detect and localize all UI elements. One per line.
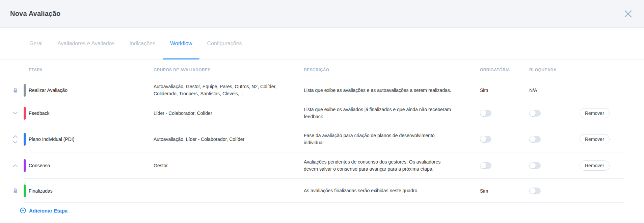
toggle-knob (480, 110, 486, 116)
chevron-down-icon[interactable] (12, 141, 18, 144)
mandatory-toggle[interactable] (480, 136, 491, 143)
blocked-toggle[interactable] (529, 162, 541, 169)
stage-color-bar (24, 84, 26, 97)
close-button[interactable] (622, 8, 634, 20)
mandatory-toggle[interactable] (480, 162, 491, 169)
toggle-knob (480, 163, 486, 169)
blocked-toggle[interactable] (529, 110, 541, 117)
stage-description: Fase da avaliação para criação de planos… (304, 132, 452, 146)
blocked-toggle[interactable] (529, 188, 541, 194)
new-evaluation-modal: Nova Avaliação GeralAvaliadores e Avalia… (0, 0, 644, 223)
column-header-descricao: DESCRIÇÃO (304, 68, 480, 72)
remove-button[interactable]: Remover (580, 160, 610, 171)
tab-geral[interactable]: Geral (22, 28, 50, 59)
column-header-grupos: GRUPOS DE AVALIADORES (154, 68, 304, 72)
modal-header: Nova Avaliação (0, 0, 644, 28)
column-header-etapa: ETAPA (27, 68, 154, 72)
table-body: Realizar Avaliação Autoavaliação, Gestor… (9, 80, 624, 203)
toggle-knob (530, 188, 536, 194)
remove-button[interactable]: Remover (580, 108, 610, 118)
stage-color-bar (24, 107, 26, 120)
lock-icon (13, 188, 18, 194)
toggle-knob (480, 136, 486, 142)
reorder-controls (12, 135, 18, 144)
stage-groups: Gestor (154, 162, 168, 169)
tab-avaliadores-e-avaliados[interactable]: Avaliadores e Avaliados (50, 28, 122, 59)
reorder-controls (12, 112, 18, 115)
stage-name: Consenso (29, 163, 50, 168)
tab-workflow[interactable]: Workflow (163, 28, 200, 59)
tab-configuracoes[interactable]: Configurações (199, 28, 249, 59)
reorder-controls (12, 164, 18, 167)
column-header-obrigatoria: OBRIGATÓRIA (480, 68, 529, 72)
stage-color-bar (24, 159, 26, 172)
table-row: Finalizadas As avaliações finalizadas se… (9, 179, 624, 203)
stage-name: Realizar Avaliação (29, 88, 68, 93)
table-row: Consenso Gestor Avaliações pendentes de … (9, 152, 624, 179)
stage-groups: Autoavaliação, Gestor, Equipe, Pares, Ou… (154, 83, 280, 97)
close-icon (624, 9, 633, 18)
lock-icon (13, 88, 18, 93)
stage-color-bar (24, 133, 26, 146)
modal-title: Nova Avaliação (10, 10, 60, 18)
stage-name: Feedback (29, 110, 49, 116)
blocked-value: N/A (529, 88, 537, 93)
chevron-up-icon[interactable] (12, 135, 18, 138)
toggle-knob (530, 163, 536, 169)
stage-description: Lista que exibe as avaliações e as autoa… (304, 87, 451, 94)
add-step-button[interactable]: Adicionar Etapa (20, 207, 68, 214)
table-row: Plano Individual (PDI) Autoavaliação, Lí… (9, 126, 624, 152)
mandatory-value: Sim (480, 88, 488, 93)
table-row: Realizar Avaliação Autoavaliação, Gestor… (9, 80, 624, 100)
stage-groups: Autoavaliação, Líder - Colaborador, Colí… (154, 136, 244, 143)
add-step-label: Adicionar Etapa (29, 208, 68, 214)
mandatory-value: Sim (480, 188, 488, 194)
stage-description: As avaliações finalizadas serão exibidas… (304, 187, 419, 194)
workflow-table: ETAPA GRUPOS DE AVALIADORES DESCRIÇÃO OB… (0, 59, 644, 223)
stage-description: Avaliações pendentes de consenso dos ges… (304, 158, 452, 173)
tab-bar: GeralAvaliadores e AvaliadosIndicaçõesWo… (0, 28, 644, 59)
column-header-bloqueada: BLOQUEADA (529, 68, 577, 72)
chevron-down-icon[interactable] (12, 112, 18, 115)
stage-name: Plano Individual (PDI) (29, 137, 74, 142)
table-header-row: ETAPA GRUPOS DE AVALIADORES DESCRIÇÃO OB… (9, 59, 624, 80)
mandatory-toggle[interactable] (480, 110, 491, 117)
stage-color-bar (24, 184, 26, 197)
remove-button[interactable]: Remover (580, 134, 610, 144)
toggle-knob (530, 110, 536, 116)
blocked-toggle[interactable] (529, 136, 541, 143)
header-spacer (21, 59, 27, 80)
chevron-up-icon[interactable] (12, 164, 18, 167)
stage-groups: Líder - Colaborador, Colíder (154, 110, 212, 117)
plus-circle-icon (20, 207, 26, 214)
stage-name: Finalizadas (29, 188, 53, 194)
tab-indicacoes[interactable]: Indicações (122, 28, 163, 59)
table-row: Feedback Líder - Colaborador, Colíder Li… (9, 100, 624, 126)
stage-description: Lista que exibe os avaliados já finaliza… (304, 106, 452, 120)
toggle-knob (530, 136, 536, 142)
